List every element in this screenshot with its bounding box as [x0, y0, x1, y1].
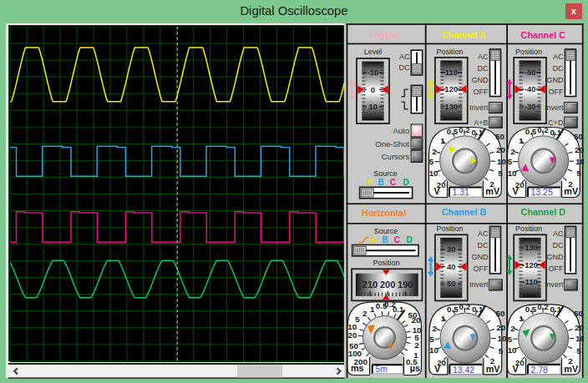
- svg-text:210: 210: [362, 280, 378, 290]
- svg-text:0.2: 0.2: [537, 125, 549, 134]
- svg-text:10: 10: [497, 334, 506, 343]
- svg-text:0.5: 0.5: [447, 305, 459, 314]
- svg-text:10: 10: [497, 157, 506, 166]
- svg-text:50: 50: [574, 132, 583, 141]
- svg-text:5: 5: [429, 157, 434, 166]
- svg-text:40: 40: [447, 262, 456, 271]
- svg-text:110: 110: [445, 68, 458, 77]
- svg-text:mV: mV: [564, 364, 579, 374]
- svg-text:V: V: [433, 186, 440, 196]
- svg-text:5: 5: [499, 346, 504, 355]
- svg-text:20: 20: [575, 145, 584, 154]
- svg-text:µs: µs: [410, 363, 420, 373]
- svg-text:200: 200: [380, 280, 395, 290]
- svg-text:0.5: 0.5: [525, 305, 537, 314]
- svg-text:B: B: [378, 178, 383, 187]
- svg-text:10: 10: [575, 334, 584, 343]
- svg-text:V: V: [512, 186, 519, 196]
- svg-text:DC: DC: [552, 241, 563, 249]
- svg-text:20: 20: [496, 323, 505, 332]
- svg-text:2: 2: [510, 147, 515, 156]
- svg-text:GND: GND: [471, 253, 489, 261]
- svg-text:DC: DC: [477, 64, 488, 73]
- svg-text:AC: AC: [553, 229, 564, 238]
- svg-text:5: 5: [508, 335, 513, 344]
- svg-text:DC: DC: [399, 63, 410, 72]
- svg-text:-130: -130: [522, 243, 538, 252]
- svg-text:C+D: C+D: [548, 118, 564, 127]
- svg-text:2.78: 2.78: [531, 365, 549, 375]
- svg-text:50: 50: [447, 279, 456, 288]
- svg-text:-40: -40: [525, 84, 536, 93]
- svg-text:5: 5: [576, 169, 581, 178]
- svg-text:120: 120: [444, 84, 458, 93]
- svg-text:1: 1: [519, 314, 524, 323]
- svg-text:130: 130: [444, 102, 458, 111]
- svg-text:5: 5: [508, 157, 513, 166]
- svg-text:C: C: [394, 235, 400, 244]
- svg-text:13.25: 13.25: [531, 187, 553, 197]
- svg-text:Position: Position: [515, 224, 542, 233]
- svg-text:Position: Position: [437, 224, 464, 233]
- svg-text:Position: Position: [373, 259, 399, 267]
- svg-text:OFF: OFF: [473, 265, 488, 273]
- svg-text:Invert: Invert: [545, 103, 564, 112]
- svg-text:mV: mV: [564, 186, 579, 196]
- svg-text:B: B: [382, 235, 388, 244]
- svg-text:Channel A: Channel A: [442, 30, 486, 40]
- svg-text:0.5: 0.5: [447, 127, 459, 136]
- svg-text:10: 10: [429, 169, 438, 178]
- svg-text:-30: -30: [525, 102, 536, 111]
- svg-text:-110: -110: [522, 277, 538, 286]
- svg-text:2: 2: [362, 309, 368, 318]
- svg-text:D: D: [403, 178, 408, 187]
- svg-text:50: 50: [495, 309, 504, 318]
- svg-text:Auto: Auto: [393, 126, 409, 135]
- svg-text:OFF: OFF: [548, 265, 563, 273]
- svg-text:10: 10: [429, 345, 438, 355]
- svg-text:mV: mV: [485, 186, 500, 196]
- svg-text:Position: Position: [515, 48, 542, 56]
- svg-text:Invert: Invert: [469, 280, 489, 289]
- svg-text:A: A: [370, 235, 376, 244]
- svg-text:190: 190: [398, 280, 413, 290]
- svg-text:DC: DC: [552, 64, 563, 73]
- svg-text:GND: GND: [546, 253, 564, 261]
- svg-text:mV: mV: [486, 364, 501, 374]
- svg-text:5m: 5m: [375, 364, 388, 374]
- svg-text:0.2: 0.2: [459, 302, 471, 311]
- svg-text:Invert: Invert: [469, 103, 489, 112]
- svg-text:C: C: [390, 178, 396, 187]
- svg-text:50: 50: [574, 309, 583, 318]
- svg-text:0.2: 0.2: [537, 302, 549, 311]
- svg-text:20: 20: [411, 315, 420, 325]
- svg-text:V: V: [512, 364, 519, 374]
- svg-text:Channel B: Channel B: [442, 207, 487, 217]
- svg-text:50: 50: [495, 132, 504, 141]
- svg-text:DC: DC: [477, 241, 488, 249]
- svg-text:2: 2: [414, 340, 419, 350]
- svg-text:AC: AC: [399, 53, 410, 61]
- svg-text:D: D: [406, 235, 412, 244]
- svg-text:10: 10: [508, 169, 517, 178]
- svg-text:A+B: A+B: [474, 118, 488, 127]
- svg-text:Level: Level: [364, 48, 383, 56]
- svg-text:20: 20: [496, 145, 505, 154]
- svg-text:Horizontal: Horizontal: [362, 208, 406, 218]
- svg-text:0: 0: [371, 85, 375, 94]
- svg-text:OFF: OFF: [473, 88, 488, 96]
- svg-text:Invert: Invert: [545, 280, 564, 289]
- svg-text:Trigger: Trigger: [368, 30, 399, 40]
- svg-text:2: 2: [432, 147, 437, 156]
- svg-text:AC: AC: [553, 53, 564, 61]
- svg-text:10: 10: [508, 345, 517, 355]
- svg-text:1: 1: [440, 136, 445, 145]
- svg-text:30: 30: [447, 244, 456, 254]
- svg-text:2: 2: [510, 324, 515, 333]
- svg-text:ms: ms: [351, 363, 364, 373]
- svg-text:20: 20: [575, 323, 584, 332]
- svg-text:-50: -50: [525, 68, 536, 77]
- svg-text:20: 20: [348, 330, 357, 340]
- svg-text:1: 1: [441, 314, 446, 323]
- svg-text:Cursors: Cursors: [382, 152, 410, 161]
